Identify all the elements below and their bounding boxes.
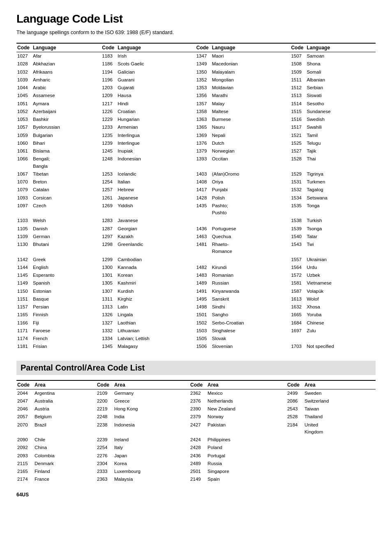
table-row: 1061Bislama1245Inupiak1379Norwegian1527T… xyxy=(16,147,376,155)
lang-name: Burmese xyxy=(211,116,291,123)
area-code: 2390 xyxy=(189,405,207,413)
lang-name: Latin xyxy=(117,303,195,311)
lang-name: Chinese xyxy=(306,319,376,327)
lang-code: 1298 xyxy=(101,241,117,256)
lang-code: 1665 xyxy=(290,311,306,319)
lang-code: 1506 xyxy=(196,343,211,350)
area-name: Austria xyxy=(34,405,96,413)
lang-name: Gujarati xyxy=(117,84,195,92)
lang-name: Nepali xyxy=(211,132,291,139)
lang-col3-code-header: Code xyxy=(196,43,211,52)
lang-name: Guarani xyxy=(117,76,195,84)
area-name: Belgium xyxy=(34,413,96,421)
table-row: 1109German1297Kazakh1463Quechua1540Tatar xyxy=(16,233,376,241)
lang-name: Tagalog xyxy=(306,186,376,194)
lang-name: Japanese xyxy=(117,194,195,202)
lang-name: Tatar xyxy=(306,233,376,241)
lang-name: Polish xyxy=(211,194,291,202)
table-row: 1066Bengali;Bangla1248Indonesian1393Occi… xyxy=(16,155,376,170)
area-name: France xyxy=(34,475,96,483)
lang-code: 1564 xyxy=(290,264,306,271)
lang-code: 1697 xyxy=(290,327,306,335)
area-code xyxy=(286,460,304,468)
table-row: 2090Chile2239Ireland2424Philippines xyxy=(16,436,376,444)
lang-name: Afar xyxy=(32,52,101,60)
area-code: 2528 xyxy=(286,413,304,421)
lang-code: 1334 xyxy=(101,335,117,343)
lang-code: 1253 xyxy=(101,170,117,178)
lang-code: 1203 xyxy=(101,84,117,92)
lang-name: Bislama xyxy=(32,147,101,155)
lang-code: 1352 xyxy=(196,76,211,84)
lang-name: Aymara xyxy=(32,100,101,108)
lang-code: 1150 xyxy=(16,287,32,295)
lang-code: 1572 xyxy=(290,271,306,279)
lang-name xyxy=(211,217,291,225)
lang-code: 1507 xyxy=(290,52,306,60)
lang-name: Byelorussian xyxy=(32,123,101,131)
area-name: Denmark xyxy=(34,460,96,468)
lang-code: 1613 xyxy=(290,295,306,303)
lang-name: Sundanese xyxy=(306,108,376,116)
lang-name: Yiddish xyxy=(117,202,195,217)
lang-code: 1349 xyxy=(196,60,211,68)
lang-name: Turkish xyxy=(306,217,376,225)
lang-name: Azerbaijani xyxy=(32,108,101,116)
lang-code: 1032 xyxy=(16,68,32,76)
lang-col1-lang-header: Language xyxy=(32,43,101,52)
lang-code: 1196 xyxy=(101,76,117,84)
lang-code: 1632 xyxy=(290,303,306,311)
lang-name: Laothian xyxy=(117,319,195,327)
area-col1-code-header: Code xyxy=(16,380,34,389)
lang-name: English xyxy=(32,264,101,271)
lang-name: Singhalese xyxy=(211,327,291,335)
lang-code: 1229 xyxy=(101,116,117,123)
lang-name: Afrikaans xyxy=(32,68,101,76)
area-name: Russia xyxy=(207,460,286,468)
section2-title: Parental Control/Area Code List xyxy=(16,361,376,375)
area-code xyxy=(286,452,304,460)
lang-name: Greek xyxy=(32,256,101,264)
area-name xyxy=(304,436,376,444)
area-name: Malaysia xyxy=(113,475,189,483)
lang-name: Hausa xyxy=(117,92,195,100)
area-name xyxy=(304,460,376,468)
area-code: 2428 xyxy=(189,444,207,452)
lang-name: Turkmen xyxy=(306,178,376,186)
lang-col2-lang-header: Language xyxy=(117,43,195,52)
lang-name: Not specified xyxy=(306,343,376,350)
area-name: Thailand xyxy=(304,413,376,421)
area-name: UnitedKingdom xyxy=(304,421,376,436)
lang-code: 1254 xyxy=(101,178,117,186)
area-code: 2379 xyxy=(189,413,207,421)
lang-name: Welsh xyxy=(32,217,101,225)
lang-code: 1057 xyxy=(16,123,32,131)
area-col3-area-header: Area xyxy=(207,380,286,389)
lang-code: 1417 xyxy=(196,186,211,194)
lang-code: 1186 xyxy=(101,60,117,68)
lang-name: Russian xyxy=(211,279,291,287)
area-code: 2238 xyxy=(96,421,113,436)
area-name: Argentina xyxy=(34,389,96,397)
table-row: 2174France2363Malaysia2149Spain xyxy=(16,475,376,483)
lang-name: Icelandic xyxy=(117,170,195,178)
area-code: 2109 xyxy=(96,389,113,397)
lang-name: Spanish xyxy=(32,279,101,287)
lang-name: Cambodian xyxy=(117,256,195,264)
lang-code: 1581 xyxy=(290,279,306,287)
area-name: Philippines xyxy=(207,436,286,444)
lang-code: 1097 xyxy=(16,202,32,217)
area-name: Spain xyxy=(207,475,286,483)
lang-code: 1539 xyxy=(290,225,306,233)
lang-code: 1350 xyxy=(196,68,211,76)
area-code: 2086 xyxy=(286,397,304,405)
lang-name: Shona xyxy=(306,60,376,68)
area-table: Code Area Code Area Code Area Code Area … xyxy=(16,380,376,484)
lang-name: Quechua xyxy=(211,233,291,241)
lang-name: Maori xyxy=(211,52,291,60)
lang-code: 1512 xyxy=(290,84,306,92)
lang-code: 1535 xyxy=(290,202,306,217)
lang-name: Kannada xyxy=(117,264,195,271)
lang-name: Latvian; Lettish xyxy=(117,335,195,343)
lang-name: Serbian xyxy=(306,84,376,92)
